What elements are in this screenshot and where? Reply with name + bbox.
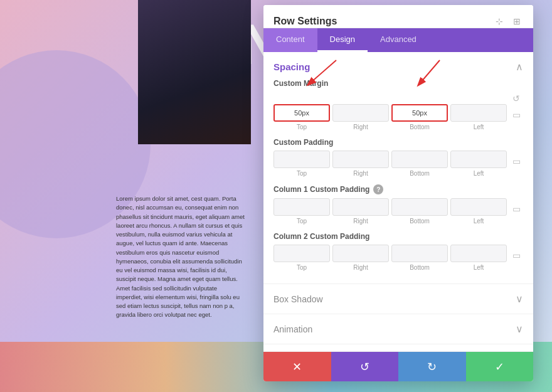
padding-top-input[interactable] [273, 151, 330, 168]
reset-icon[interactable]: ↺ [509, 92, 523, 105]
col1-padding-group: Column 1 Custom Padding ? Top Right [273, 184, 523, 225]
cancel-icon: ✕ [292, 360, 302, 374]
padding-bottom-input[interactable] [391, 151, 448, 168]
tab-design[interactable]: Design [317, 28, 368, 52]
margin-bottom-col: Bottom [391, 104, 448, 130]
col1-right-input[interactable] [332, 198, 389, 216]
redo-button[interactable]: ↻ [398, 352, 466, 381]
padding-top-col: Top [273, 151, 330, 177]
collapse-icon[interactable]: ∧ [516, 61, 523, 73]
padding-top-label: Top [297, 170, 307, 177]
padding-bottom-label: Bottom [410, 170, 430, 177]
col2-top-input[interactable] [273, 245, 330, 262]
col2-device-icon[interactable]: ▭ [509, 248, 523, 262]
custom-padding-fields: Top Right Bottom Left [273, 151, 523, 177]
col1-padding-label: Column 1 Custom Padding ? [273, 184, 523, 194]
undo-button[interactable]: ↺ [331, 352, 399, 381]
help-icon[interactable]: ? [373, 184, 383, 194]
panel-title: Row Settings [273, 16, 337, 27]
col1-left-input[interactable] [450, 198, 507, 216]
animation-header[interactable]: Animation ∨ [273, 323, 523, 335]
margin-left-col: Left [450, 104, 507, 130]
margin-top-label: Top [297, 124, 307, 130]
bg-image [138, 0, 251, 144]
col1-left-col: Left [450, 198, 507, 225]
col1-bottom-input[interactable] [391, 198, 448, 216]
custom-margin-group: Custom Margin [273, 79, 523, 130]
cancel-button[interactable]: ✕ [263, 352, 331, 381]
col2-bottom-label: Bottom [410, 264, 430, 271]
padding-left-label: Left [474, 170, 484, 177]
animation-chevron[interactable]: ∨ [516, 323, 523, 335]
margin-right-label: Right [353, 124, 368, 130]
margin-icons: ↺ ▭ [509, 92, 523, 130]
col2-left-col: Left [450, 245, 507, 271]
col1-right-col: Right [332, 198, 389, 225]
margin-top-col: Top [273, 104, 330, 130]
panel-header-icons: ⊹ ⊞ [493, 15, 523, 28]
body-text: Lorem ipsum dolor sit amet, cest quam. P… [116, 194, 245, 320]
animation-section: Animation ∨ [263, 314, 533, 344]
padding-device-icon[interactable]: ▭ [509, 154, 523, 168]
custom-margin-label: Custom Margin [273, 79, 523, 88]
custom-padding-group: Custom Padding Top Right Bottom [273, 138, 523, 177]
row-settings-panel: Row Settings ⊹ ⊞ Content Design Advanced… [263, 5, 533, 381]
col2-left-label: Left [474, 264, 484, 271]
grid-icon[interactable]: ⊞ [511, 15, 523, 28]
spacing-title: Spacing [273, 61, 310, 72]
padding-left-input[interactable] [450, 151, 507, 168]
box-shadow-header[interactable]: Box Shadow ∨ [273, 293, 523, 305]
col2-left-input[interactable] [450, 245, 507, 262]
spacing-section-header[interactable]: Spacing ∧ [273, 61, 523, 73]
bg-image-inner [138, 0, 251, 144]
box-shadow-chevron[interactable]: ∨ [516, 293, 523, 305]
save-icon: ✓ [495, 360, 504, 374]
col2-icons: ▭ [509, 248, 523, 271]
col1-bottom-col: Bottom [391, 198, 448, 225]
col2-padding-label: Column 2 Custom Padding [273, 232, 523, 241]
padding-right-col: Right [332, 151, 389, 177]
col1-padding-fields: Top Right Bottom Left [273, 198, 523, 225]
col2-right-input[interactable] [332, 245, 389, 262]
box-shadow-title: Box Shadow [273, 294, 323, 304]
col1-top-input[interactable] [273, 198, 330, 216]
col2-top-col: Top [273, 245, 330, 271]
custom-margin-fields: Top Right Bottom Left [273, 92, 523, 130]
margin-left-input[interactable] [450, 104, 507, 122]
col1-right-label: Right [353, 218, 368, 225]
padding-right-label: Right [353, 170, 368, 177]
padding-icons: ▭ [509, 154, 523, 177]
tab-content[interactable]: Content [263, 28, 317, 52]
redo-icon: ↻ [427, 360, 437, 374]
tab-advanced[interactable]: Advanced [368, 28, 429, 52]
panel-footer: ✕ ↺ ↻ ✓ [263, 351, 533, 381]
settings-icon[interactable]: ⊹ [493, 15, 506, 28]
margin-right-col: Right [332, 104, 389, 130]
col1-device-icon[interactable]: ▭ [509, 202, 523, 216]
col1-label-text: Column 1 Custom Padding [273, 185, 369, 194]
padding-bottom-col: Bottom [391, 151, 448, 177]
margin-bottom-input[interactable] [391, 104, 448, 122]
panel-content: Spacing ∧ Custom Margin [263, 52, 533, 351]
margin-right-input[interactable] [332, 104, 389, 122]
margin-top-input[interactable] [273, 104, 330, 122]
col2-bottom-col: Bottom [391, 245, 448, 271]
save-button[interactable]: ✓ [466, 352, 534, 381]
col2-right-label: Right [353, 264, 368, 271]
col1-bottom-label: Bottom [410, 218, 430, 225]
device-icon[interactable]: ▭ [509, 108, 523, 122]
col2-top-label: Top [297, 264, 307, 271]
padding-left-col: Left [450, 151, 507, 177]
col2-bottom-input[interactable] [391, 245, 448, 262]
col2-padding-group: Column 2 Custom Padding Top Right Bot [273, 232, 523, 271]
spacing-section: Spacing ∧ Custom Margin [263, 52, 533, 284]
col2-right-col: Right [332, 245, 389, 271]
custom-padding-label: Custom Padding [273, 138, 523, 147]
animation-title: Animation [273, 324, 312, 334]
margin-bottom-label: Bottom [410, 124, 430, 130]
col1-icons: ▭ [509, 202, 523, 225]
box-shadow-section: Box Shadow ∨ [263, 284, 533, 314]
col1-left-label: Left [474, 218, 484, 225]
col1-top-col: Top [273, 198, 330, 225]
padding-right-input[interactable] [332, 151, 389, 168]
